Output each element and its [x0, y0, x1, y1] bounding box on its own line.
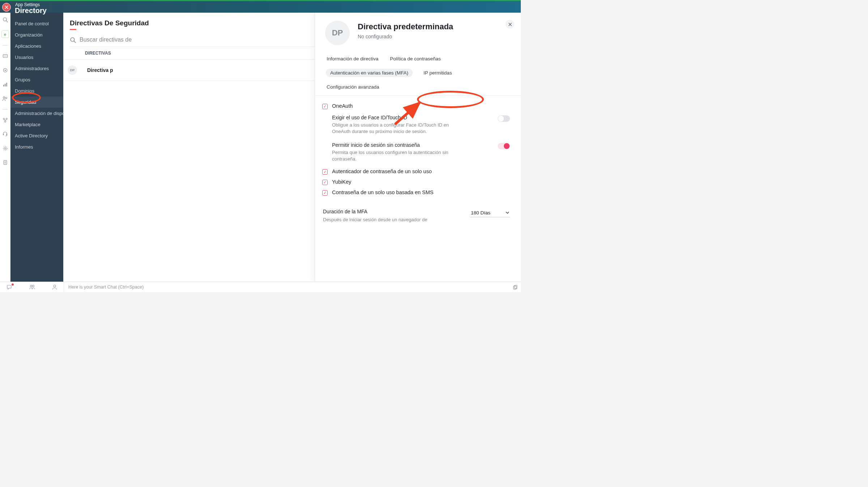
footer-profile-icon[interactable] — [52, 284, 57, 290]
clipboard-icon[interactable] — [2, 159, 9, 166]
svg-point-14 — [6, 118, 7, 120]
svg-rect-10 — [6, 83, 7, 86]
rail-divider-2 — [3, 109, 8, 110]
sidebar-item-label: Panel de control — [15, 21, 49, 26]
chevron-down-icon — [506, 211, 509, 214]
chart-icon[interactable] — [2, 81, 9, 88]
app-icon[interactable]: e — [1, 30, 9, 38]
sidebar-item-label: Administradores — [15, 66, 49, 71]
tab-mfa[interactable]: Autenticación en varias fases (MFA) — [326, 69, 413, 77]
passwordless-desc: Permita que los usuarios configuren la a… — [332, 149, 451, 162]
sidebar-item-label: Aplicaciones — [15, 43, 41, 49]
sidebar-item-dashboard[interactable]: Panel de control — [10, 18, 63, 29]
svg-rect-9 — [5, 84, 5, 87]
chat-icon[interactable] — [2, 53, 9, 60]
sidebar-item-reports[interactable]: Informes — [10, 141, 63, 153]
sidebar-item-admins[interactable]: Administradores — [10, 63, 63, 74]
tab-password-policy[interactable]: Política de contraseñas — [389, 55, 441, 63]
rail-divider — [3, 45, 8, 46]
sidebar-item-label: Seguridad — [15, 99, 36, 105]
toggle-passwordless[interactable] — [498, 143, 510, 149]
svg-rect-17 — [7, 134, 8, 135]
sidebar-item-label: Usuarios — [15, 55, 33, 60]
svg-point-15 — [4, 121, 6, 122]
mfa-duration-desc: Después de iniciar sesión desde un naveg… — [323, 217, 427, 223]
checkbox-checked-icon[interactable]: ✓ — [322, 104, 328, 109]
faceid-title: Exigir el uso de Face ID/Touch ID — [332, 115, 451, 120]
sidebar: Panel de control Organización Aplicacion… — [10, 13, 63, 282]
sidebar-item-security[interactable]: Seguridad — [10, 97, 63, 108]
option-sms-otp[interactable]: ✓ Contraseña de un solo uso basada en SM… — [322, 187, 510, 198]
search-icon[interactable] — [2, 16, 9, 23]
sidebar-item-label: Organización — [15, 32, 43, 38]
policy-avatar: DP — [68, 65, 77, 75]
svg-point-25 — [30, 285, 32, 287]
option-yubikey[interactable]: ✓ YubiKey — [322, 177, 510, 187]
section-title: Directory — [15, 7, 47, 15]
footer-copy-icon[interactable] — [512, 285, 518, 290]
sidebar-item-label: Active Directory — [15, 133, 48, 138]
sidebar-item-active-directory[interactable]: Active Directory — [10, 130, 63, 141]
checkbox-checked-icon[interactable]: ✓ — [322, 190, 328, 196]
svg-point-26 — [33, 285, 34, 287]
svg-point-27 — [54, 285, 56, 287]
sidebar-item-label: Dominios — [15, 88, 34, 94]
sidebar-item-groups[interactable]: Grupos — [10, 74, 63, 85]
search-placeholder: Buscar directivas de — [80, 37, 132, 43]
svg-point-18 — [4, 148, 6, 149]
tab-policies[interactable]: DIRECTIVAS — [85, 51, 111, 56]
sidebar-item-applications[interactable]: Aplicaciones — [10, 40, 63, 52]
sidebar-item-domains[interactable]: Dominios — [10, 85, 63, 97]
network-icon[interactable] — [2, 117, 9, 124]
option-label: Contraseña de un solo uso basada en SMS — [332, 189, 434, 195]
drawer-body: ✓ OneAuth Exigir el uso de Face ID/Touch… — [315, 96, 521, 282]
close-icon — [4, 5, 9, 9]
drawer-avatar: DP — [325, 21, 350, 45]
mfa-duration-title: Duración de la MFA — [323, 209, 427, 214]
sidebar-item-label: Marketplace — [15, 122, 41, 127]
svg-line-1 — [6, 21, 8, 22]
topbar — [0, 0, 521, 13]
policy-drawer: DP Directiva predeterminada No configura… — [315, 13, 521, 282]
sidebar-item-marketplace[interactable]: Marketplace — [10, 119, 63, 130]
option-otp-auth[interactable]: ✓ Autenticador de contraseña de un solo … — [322, 166, 510, 177]
footer-contacts-icon[interactable] — [29, 284, 35, 290]
svg-point-5 — [6, 56, 7, 56]
select-value: 180 Días — [471, 210, 490, 215]
sidebar-item-label: Grupos — [15, 77, 30, 82]
svg-point-3 — [4, 56, 4, 56]
footer-chat-bar: Here is your Smart Chat (Ctrl+Space) — [0, 282, 521, 292]
sidebar-item-label: Informes — [15, 144, 33, 150]
checkbox-checked-icon[interactable]: ✓ — [322, 169, 328, 175]
drawer-close-button[interactable] — [506, 20, 514, 29]
notification-dot — [12, 283, 14, 286]
svg-rect-8 — [3, 85, 4, 86]
option-label: Autenticador de contraseña de un solo us… — [332, 168, 432, 174]
smart-chat-input[interactable]: Here is your Smart Chat (Ctrl+Space) — [64, 282, 521, 292]
icon-rail: e — [0, 13, 10, 282]
checkbox-checked-icon[interactable]: ✓ — [322, 180, 328, 185]
close-button[interactable] — [2, 3, 11, 12]
svg-point-4 — [5, 56, 5, 56]
sidebar-item-users[interactable]: Usuarios — [10, 52, 63, 63]
svg-line-24 — [74, 41, 76, 42]
svg-point-13 — [3, 118, 4, 120]
tab-advanced-config[interactable]: Configuración avanzada — [326, 83, 387, 91]
sidebar-item-device-admin[interactable]: Administración de dispositivos — [10, 108, 63, 119]
footer-chat-icon[interactable] — [7, 284, 12, 290]
close-icon — [508, 22, 512, 26]
sidebar-item-organization[interactable]: Organización — [10, 29, 63, 40]
chat-placeholder: Here is your Smart Chat (Ctrl+Space) — [68, 285, 144, 290]
people-icon[interactable] — [2, 95, 9, 102]
toggle-faceid[interactable] — [498, 115, 510, 122]
faceid-desc: Obligue a los usuarios a configurar Face… — [332, 122, 451, 134]
location-icon[interactable] — [2, 67, 9, 74]
tab-allowed-ips[interactable]: IP permitidas — [423, 69, 453, 77]
passwordless-title: Permitir inicio de sesión sin contraseña — [332, 142, 451, 148]
support-icon[interactable] — [2, 131, 9, 138]
option-oneauth[interactable]: ✓ OneAuth — [322, 101, 510, 111]
option-label: YubiKey — [332, 179, 351, 185]
extension-icon[interactable] — [2, 145, 9, 152]
tab-policy-info[interactable]: Información de directiva — [326, 55, 379, 63]
mfa-duration-select[interactable]: 180 Días — [470, 209, 510, 217]
